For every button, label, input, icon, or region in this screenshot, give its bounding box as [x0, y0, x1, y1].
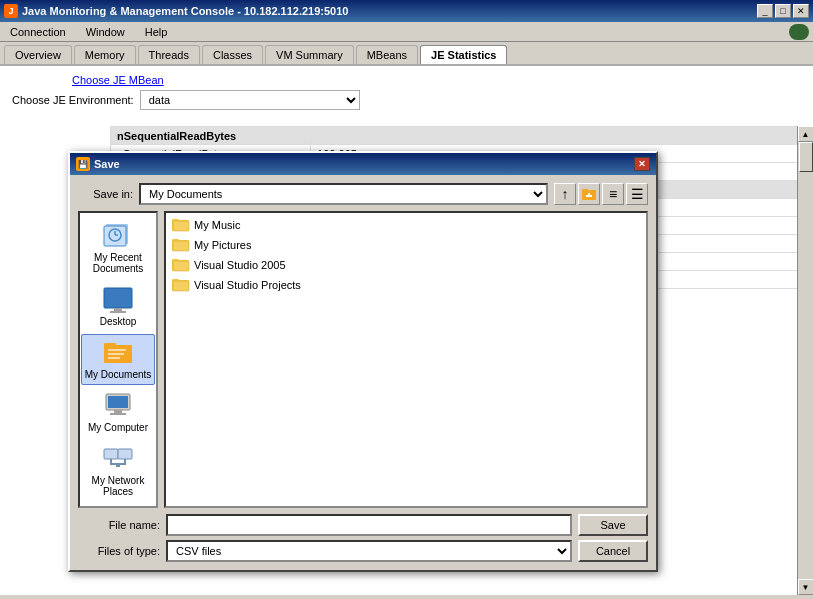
file-name: Visual Studio Projects [194, 279, 301, 291]
svg-rect-15 [108, 349, 126, 351]
tab-bar: Overview Memory Threads Classes VM Summa… [0, 42, 813, 66]
dialog-title-icon: 💾 [76, 157, 90, 171]
tab-threads[interactable]: Threads [138, 45, 200, 64]
close-button[interactable]: ✕ [793, 4, 809, 18]
status-indicator [789, 24, 809, 40]
menu-bar: Connection Window Help [0, 22, 813, 42]
shortcuts-panel: My RecentDocuments Desktop [78, 211, 158, 508]
shortcut-network-label: My NetworkPlaces [92, 475, 145, 497]
folder-icon [172, 217, 190, 233]
shortcut-computer[interactable]: My Computer [81, 387, 155, 438]
folder-icon [172, 237, 190, 253]
save-in-select[interactable]: My Documents [139, 183, 548, 205]
tab-memory[interactable]: Memory [74, 45, 136, 64]
dialog-save-button[interactable]: Save [578, 514, 648, 536]
dialog-cancel-button[interactable]: Cancel [578, 540, 648, 562]
svg-rect-12 [110, 311, 126, 313]
list-item[interactable]: Visual Studio 2005 [168, 255, 644, 275]
svg-rect-33 [173, 241, 189, 251]
shortcut-documents[interactable]: My Documents [81, 334, 155, 385]
tab-overview[interactable]: Overview [4, 45, 72, 64]
filename-input[interactable] [166, 514, 572, 536]
svg-rect-24 [110, 459, 112, 463]
maximize-button[interactable]: □ [775, 4, 791, 18]
shortcut-recent[interactable]: My RecentDocuments [81, 217, 155, 279]
menu-window[interactable]: Window [80, 24, 131, 40]
tab-classes[interactable]: Classes [202, 45, 263, 64]
shortcut-computer-label: My Computer [88, 422, 148, 433]
save-dialog: 💾 Save ✕ Save in: My Documents ↑ [68, 151, 658, 572]
svg-rect-23 [118, 449, 132, 459]
list-item[interactable]: My Pictures [168, 235, 644, 255]
svg-rect-36 [173, 261, 189, 271]
details-view-button[interactable]: ☰ [626, 183, 648, 205]
svg-rect-22 [104, 449, 118, 459]
svg-rect-19 [108, 396, 128, 408]
toolbar-buttons: ↑ ≡ ☰ [554, 183, 648, 205]
shortcut-documents-label: My Documents [85, 369, 152, 380]
file-list-area[interactable]: My Music My Pictures Visual Studio 2005 … [164, 211, 648, 508]
svg-rect-25 [124, 459, 126, 463]
dialog-overlay: 💾 Save ✕ Save in: My Documents ↑ [0, 66, 813, 595]
tab-je-statistics[interactable]: JE Statistics [420, 45, 507, 64]
menu-connection[interactable]: Connection [4, 24, 72, 40]
svg-rect-14 [104, 343, 116, 347]
file-name: My Music [194, 219, 240, 231]
save-in-label: Save in: [78, 188, 133, 200]
svg-rect-27 [116, 463, 120, 467]
svg-rect-1 [582, 189, 588, 192]
tab-vm-summary[interactable]: VM Summary [265, 45, 354, 64]
filetype-label: Files of type: [78, 545, 160, 557]
svg-rect-21 [110, 413, 126, 415]
svg-rect-9 [104, 288, 132, 308]
save-in-wrapper: My Documents [139, 183, 548, 205]
folder-icon [172, 277, 190, 293]
shortcut-desktop-label: Desktop [100, 316, 137, 327]
file-name: Visual Studio 2005 [194, 259, 286, 271]
shortcut-network[interactable]: My NetworkPlaces [81, 440, 155, 502]
filename-row: File name: Save [78, 514, 648, 536]
dialog-body: Save in: My Documents ↑ [70, 175, 656, 570]
dialog-title-bar: 💾 Save ✕ [70, 153, 656, 175]
window-title: Java Monitoring & Management Console - 1… [22, 5, 348, 17]
window-controls: _ □ ✕ [757, 4, 809, 18]
list-item[interactable]: Visual Studio Projects [168, 275, 644, 295]
go-up-button[interactable]: ↑ [554, 183, 576, 205]
svg-rect-17 [108, 357, 120, 359]
menu-help[interactable]: Help [139, 24, 174, 40]
dialog-close-button[interactable]: ✕ [634, 157, 650, 171]
save-in-row: Save in: My Documents ↑ [78, 183, 648, 205]
svg-rect-3 [586, 195, 592, 197]
svg-rect-16 [108, 353, 124, 355]
folder-icon [172, 257, 190, 273]
tab-mbeans[interactable]: MBeans [356, 45, 418, 64]
dialog-title-text: Save [94, 158, 120, 170]
shortcut-desktop[interactable]: Desktop [81, 281, 155, 332]
list-item[interactable]: My Music [168, 215, 644, 235]
svg-rect-20 [114, 410, 122, 413]
shortcut-recent-label: My RecentDocuments [93, 252, 144, 274]
main-content: Choose JE MBean Choose JE Environment: d… [0, 66, 813, 595]
filetype-row: Files of type: CSV files Cancel [78, 540, 648, 562]
svg-rect-30 [173, 221, 189, 231]
minimize-button[interactable]: _ [757, 4, 773, 18]
svg-rect-39 [173, 281, 189, 291]
dialog-main-area: My RecentDocuments Desktop [78, 211, 648, 508]
title-bar: J Java Monitoring & Management Console -… [0, 0, 813, 22]
app-icon: J [4, 4, 18, 18]
filename-label: File name: [78, 519, 160, 531]
file-name: My Pictures [194, 239, 251, 251]
filetype-select[interactable]: CSV files [166, 540, 572, 562]
new-folder-button[interactable] [578, 183, 600, 205]
svg-rect-11 [114, 308, 122, 311]
list-view-button[interactable]: ≡ [602, 183, 624, 205]
